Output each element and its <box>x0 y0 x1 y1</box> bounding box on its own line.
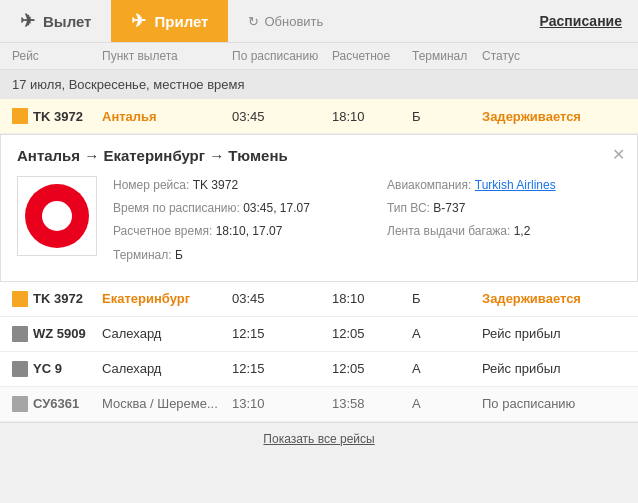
flight-terminal: А <box>412 361 482 376</box>
refresh-button[interactable]: ↻ Обновить <box>248 14 323 29</box>
date-row: 17 июля, Воскресенье, местное время <box>0 70 638 99</box>
detail-info: Номер рейса: TK 3972 Авиакомпания: Turki… <box>113 176 621 265</box>
departure-icon: ✈ <box>20 10 35 32</box>
detail-airline-value[interactable]: Turkish Airlines <box>475 178 556 192</box>
flight-destination: Москва / Шереме... <box>102 396 232 411</box>
arrival-icon: ✈ <box>131 10 146 32</box>
flight-type-icon <box>12 326 28 342</box>
schedule-link[interactable]: Расписание <box>540 13 622 29</box>
detail-airline: Авиакомпания: Turkish Airlines <box>387 176 621 195</box>
header: ✈ Вылет ✈ Прилет ↻ Обновить Расписание <box>0 0 638 43</box>
detail-card: Анталья → Екатеринбург → Тюмень ✕ Номер … <box>0 134 638 282</box>
flight-destination: Екатеринбург <box>102 291 232 306</box>
show-all-section: Показать все рейсы <box>0 422 638 454</box>
detail-body: Номер рейса: TK 3972 Авиакомпания: Turki… <box>17 176 621 265</box>
detail-aircraft-value: В-737 <box>433 201 465 215</box>
detail-terminal-label: Терминал: <box>113 248 172 262</box>
flight-row[interactable]: YC 9 Салехард 12:15 12:05 А Рейс прибыл <box>0 352 638 387</box>
flight-terminal: А <box>412 326 482 341</box>
flight-scheduled: 03:45 <box>232 109 332 124</box>
refresh-label: Обновить <box>264 14 323 29</box>
detail-flight-number: Номер рейса: TK 3972 <box>113 176 347 195</box>
detail-aircraft: Тип ВС: В-737 <box>387 199 621 218</box>
refresh-icon: ↻ <box>248 14 259 29</box>
flight-destination: Анталья <box>102 109 232 124</box>
flight-destination: Салехард <box>102 326 232 341</box>
flight-status: По расписанию <box>482 396 626 411</box>
flight-row[interactable]: СУ6361 Москва / Шереме... 13:10 13:58 А … <box>0 387 638 422</box>
flight-number: СУ6361 <box>12 396 102 412</box>
col-status: Статус <box>482 49 626 63</box>
tab-departure-label: Вылет <box>43 13 91 30</box>
flight-status: Задерживается <box>482 109 626 124</box>
detail-airline-label: Авиакомпания: <box>387 178 471 192</box>
turkish-airlines-logo <box>25 184 89 248</box>
detail-baggage-value: 1,2 <box>514 224 531 238</box>
detail-aircraft-label: Тип ВС: <box>387 201 430 215</box>
airline-logo <box>17 176 97 256</box>
col-flight: Рейс <box>12 49 102 63</box>
flight-estimated: 13:58 <box>332 396 412 411</box>
flight-status: Рейс прибыл <box>482 361 626 376</box>
flight-estimated: 18:10 <box>332 291 412 306</box>
flight-scheduled: 12:15 <box>232 361 332 376</box>
flight-row[interactable]: WZ 5909 Салехард 12:15 12:05 А Рейс приб… <box>0 317 638 352</box>
col-scheduled: По расписанию <box>232 49 332 63</box>
flight-row[interactable]: TK 3972 Анталья 03:45 18:10 Б Задерживае… <box>0 99 638 134</box>
flight-number-text: WZ 5909 <box>33 326 86 341</box>
detail-estimated-value: 18:10, 17.07 <box>216 224 283 238</box>
tab-arrival-label: Прилет <box>154 13 208 30</box>
close-button[interactable]: ✕ <box>612 145 625 164</box>
col-terminal: Терминал <box>412 49 482 63</box>
flight-number-text: TK 3972 <box>33 291 83 306</box>
detail-flight-number-label: Номер рейса: <box>113 178 189 192</box>
flight-destination: Салехард <box>102 361 232 376</box>
detail-flight-number-value: TK 3972 <box>193 178 238 192</box>
detail-scheduled-label: Время по расписанию: <box>113 201 240 215</box>
flight-terminal: Б <box>412 109 482 124</box>
flight-number-text: YC 9 <box>33 361 62 376</box>
flight-row[interactable]: TK 3972 Екатеринбург 03:45 18:10 Б Задер… <box>0 282 638 317</box>
tab-departure[interactable]: ✈ Вылет <box>0 0 111 42</box>
flight-number: TK 3972 <box>12 108 102 124</box>
flight-type-icon <box>12 396 28 412</box>
flight-type-icon <box>12 361 28 377</box>
flight-number-text: СУ6361 <box>33 396 79 411</box>
table-header: Рейс Пункт вылета По расписанию Расчетно… <box>0 43 638 70</box>
date-label: 17 июля, Воскресенье, местное время <box>12 77 245 92</box>
detail-estimated-label: Расчетное время: <box>113 224 212 238</box>
detail-estimated: Расчетное время: 18:10, 17.07 <box>113 222 347 241</box>
flight-status: Задерживается <box>482 291 626 306</box>
flight-number: TK 3972 <box>12 291 102 307</box>
col-estimated: Расчетное <box>332 49 412 63</box>
flight-type-icon <box>12 108 28 124</box>
flight-number: WZ 5909 <box>12 326 102 342</box>
detail-terminal: Терминал: Б <box>113 246 347 265</box>
tab-arrival[interactable]: ✈ Прилет <box>111 0 228 42</box>
detail-scheduled-value: 03:45, 17.07 <box>243 201 310 215</box>
detail-terminal-value: Б <box>175 248 183 262</box>
detail-scheduled: Время по расписанию: 03:45, 17.07 <box>113 199 347 218</box>
flight-terminal: Б <box>412 291 482 306</box>
flight-number: YC 9 <box>12 361 102 377</box>
flight-scheduled: 03:45 <box>232 291 332 306</box>
flight-estimated: 12:05 <box>332 326 412 341</box>
detail-baggage-label: Лента выдачи багажа: <box>387 224 510 238</box>
flight-type-icon <box>12 291 28 307</box>
flight-estimated: 18:10 <box>332 109 412 124</box>
detail-baggage: Лента выдачи багажа: 1,2 <box>387 222 621 241</box>
flight-status: Рейс прибыл <box>482 326 626 341</box>
col-origin: Пункт вылета <box>102 49 232 63</box>
show-all-link[interactable]: Показать все рейсы <box>263 432 374 446</box>
flight-estimated: 12:05 <box>332 361 412 376</box>
detail-card-title: Анталья → Екатеринбург → Тюмень <box>17 147 621 164</box>
flight-scheduled: 12:15 <box>232 326 332 341</box>
flight-terminal: А <box>412 396 482 411</box>
flight-scheduled: 13:10 <box>232 396 332 411</box>
flight-number-text: TK 3972 <box>33 109 83 124</box>
